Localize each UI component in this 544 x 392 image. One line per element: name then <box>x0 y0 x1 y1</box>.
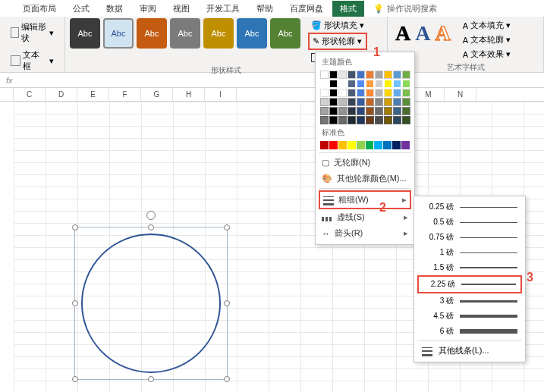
color-swatch[interactable] <box>320 80 329 88</box>
weight-0-25[interactable]: 0.25 磅 <box>417 199 522 215</box>
color-swatch[interactable] <box>366 141 374 149</box>
color-swatch[interactable] <box>402 116 410 124</box>
tab-help[interactable]: 帮助 <box>249 1 281 17</box>
text-fill-button[interactable]: A文本填充 ▾ <box>460 18 514 33</box>
color-swatch[interactable] <box>366 107 374 115</box>
more-colors-item[interactable]: 🎨其他轮廓颜色(M)... <box>319 171 411 187</box>
color-swatch[interactable] <box>393 89 401 97</box>
color-swatch[interactable] <box>375 98 383 106</box>
weight-1-5[interactable]: 1.5 磅 <box>417 260 522 275</box>
shape-style-7[interactable]: Abc <box>270 18 300 49</box>
resize-handle[interactable] <box>148 376 154 382</box>
color-swatch[interactable] <box>329 71 338 79</box>
edit-shape-button[interactable]: 编辑形状 ▾ <box>8 20 57 45</box>
color-swatch[interactable] <box>320 98 329 106</box>
color-swatch[interactable] <box>393 116 401 124</box>
color-swatch[interactable] <box>347 80 356 88</box>
color-swatch[interactable] <box>375 116 383 124</box>
weight-6[interactable]: 6 磅 <box>417 324 522 339</box>
color-swatch[interactable] <box>375 107 383 115</box>
color-swatch[interactable] <box>384 116 392 124</box>
shape-fill-button[interactable]: 🪣形状填充 ▾ <box>308 18 367 33</box>
text-outline-button[interactable]: A文本轮廓 ▾ <box>460 33 514 47</box>
color-swatch[interactable] <box>402 89 410 97</box>
color-swatch[interactable] <box>320 116 329 124</box>
color-swatch[interactable] <box>401 141 410 149</box>
shape-style-2[interactable]: Abc <box>103 18 134 49</box>
shape-style-3[interactable]: Abc <box>137 18 167 49</box>
no-outline-item[interactable]: ▢无轮廓(N) <box>319 155 411 171</box>
tab-format[interactable]: 格式 <box>332 1 364 17</box>
arrows-item[interactable]: ↔箭头(R)▸ <box>319 225 411 241</box>
color-swatch[interactable] <box>402 71 410 79</box>
color-swatch[interactable] <box>347 71 356 79</box>
weight-4-5[interactable]: 4.5 磅 <box>417 309 522 324</box>
text-box-button[interactable]: 文本框 ▾ <box>8 48 57 74</box>
tell-me-search[interactable]: 💡操作说明搜索 <box>366 1 445 17</box>
resize-handle[interactable] <box>72 376 78 382</box>
color-swatch[interactable] <box>329 98 338 106</box>
color-swatch[interactable] <box>329 89 338 97</box>
color-swatch[interactable] <box>329 141 338 149</box>
shape-outline-button[interactable]: ✎形状轮廓 ▾ <box>308 33 367 50</box>
dashes-item[interactable]: 虚线(S)▸ <box>319 209 411 225</box>
color-swatch[interactable] <box>347 107 356 115</box>
color-swatch[interactable] <box>320 89 329 97</box>
color-swatch[interactable] <box>320 71 329 79</box>
color-swatch[interactable] <box>393 71 401 79</box>
weight-3[interactable]: 3 磅 <box>417 293 522 309</box>
shape-style-1[interactable]: Abc <box>70 18 100 49</box>
tab-data[interactable]: 数据 <box>99 1 130 17</box>
color-swatch[interactable] <box>357 80 365 88</box>
color-swatch[interactable] <box>366 80 374 88</box>
resize-handle[interactable] <box>224 376 230 382</box>
weight-0-75[interactable]: 0.75 磅 <box>417 230 522 245</box>
color-swatch[interactable] <box>366 71 374 79</box>
color-swatch[interactable] <box>347 98 356 106</box>
resize-handle[interactable] <box>72 224 78 230</box>
color-swatch[interactable] <box>329 80 338 88</box>
standard-color-row[interactable] <box>319 140 411 151</box>
color-swatch[interactable] <box>338 80 347 88</box>
color-swatch[interactable] <box>357 71 365 79</box>
color-swatch[interactable] <box>329 116 338 124</box>
color-swatch[interactable] <box>402 107 410 115</box>
rotate-handle[interactable] <box>146 211 156 220</box>
color-swatch[interactable] <box>384 98 392 106</box>
tab-view[interactable]: 视图 <box>165 1 197 17</box>
color-swatch[interactable] <box>375 89 383 97</box>
weight-2-25[interactable]: 2.25 磅 <box>417 275 522 293</box>
theme-color-grid[interactable] <box>319 69 411 126</box>
color-swatch[interactable] <box>375 71 383 79</box>
color-swatch[interactable] <box>392 141 401 149</box>
color-swatch[interactable] <box>338 98 347 106</box>
color-swatch[interactable] <box>320 107 329 115</box>
color-swatch[interactable] <box>375 80 383 88</box>
color-swatch[interactable] <box>357 116 365 124</box>
color-swatch[interactable] <box>347 141 356 149</box>
color-swatch[interactable] <box>338 116 347 124</box>
color-swatch[interactable] <box>338 89 347 97</box>
weight-item[interactable]: 粗细(W)▸ <box>319 190 411 209</box>
color-swatch[interactable] <box>338 141 347 149</box>
tab-baidu[interactable]: 百度网盘 <box>282 1 331 17</box>
weight-0-5[interactable]: 0.5 磅 <box>417 215 522 230</box>
color-swatch[interactable] <box>357 141 365 149</box>
text-effects-button[interactable]: A文本效果 ▾ <box>460 47 514 61</box>
color-swatch[interactable] <box>366 89 374 97</box>
shape-style-4[interactable]: Abc <box>170 18 200 49</box>
resize-handle[interactable] <box>224 224 230 230</box>
shape-style-6[interactable]: Abc <box>237 18 267 49</box>
color-swatch[interactable] <box>320 141 329 149</box>
color-swatch[interactable] <box>366 116 374 124</box>
resize-handle[interactable] <box>72 300 78 306</box>
wordart-style-2[interactable]: A <box>415 21 430 45</box>
color-swatch[interactable] <box>384 89 392 97</box>
color-swatch[interactable] <box>384 107 392 115</box>
tab-review[interactable]: 审阅 <box>132 1 164 17</box>
more-lines-item[interactable]: 其他线条(L)... <box>417 343 522 359</box>
color-swatch[interactable] <box>357 98 365 106</box>
color-swatch[interactable] <box>383 141 391 149</box>
color-swatch[interactable] <box>347 89 356 97</box>
color-swatch[interactable] <box>393 80 401 88</box>
